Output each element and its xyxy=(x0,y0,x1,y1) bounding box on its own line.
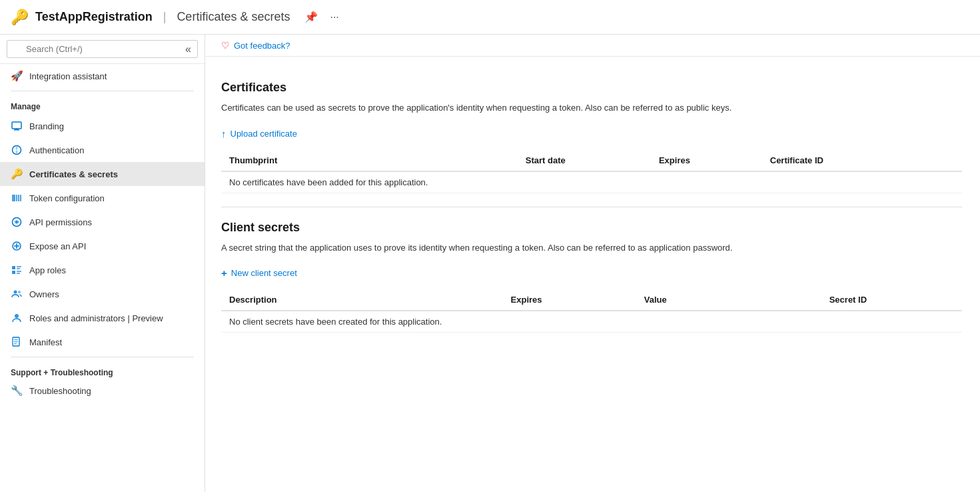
svg-rect-21 xyxy=(14,339,18,340)
search-input[interactable] xyxy=(7,40,198,58)
col-header-startdate: Start date xyxy=(518,150,651,171)
certificates-label: Certificates & secrets xyxy=(29,169,118,179)
integration-assistant-label: Integration assistant xyxy=(29,71,107,81)
sidebar-item-manifest[interactable]: Manifest xyxy=(0,330,205,354)
manage-divider xyxy=(11,91,194,91)
sidebar-item-token[interactable]: Token configuration xyxy=(0,186,205,210)
client-secrets-desc: A secret string that the application use… xyxy=(221,241,962,255)
upload-button-label: Upload certificate xyxy=(231,129,297,139)
api-icon xyxy=(11,216,23,228)
api-label: API permissions xyxy=(29,217,92,227)
wrench-icon: 🔧 xyxy=(11,385,23,397)
sidebar-nav: 🚀 Integration assistant Manage Branding … xyxy=(0,64,205,492)
svg-rect-22 xyxy=(14,341,18,342)
col-header-thumbprint: Thumbprint xyxy=(221,150,518,171)
svg-point-9 xyxy=(16,221,18,223)
svg-rect-12 xyxy=(17,266,21,267)
certificates-section: Certificates Certificates can be used as… xyxy=(221,81,962,193)
token-icon xyxy=(11,192,23,204)
table-row: No client secrets have been created for … xyxy=(221,311,962,333)
upload-certificate-button[interactable]: ↑ Upload certificate xyxy=(221,124,297,143)
col-header-certid: Certificate ID xyxy=(762,150,962,171)
approles-label: App roles xyxy=(29,265,66,275)
secrets-empty-message: No client secrets have been created for … xyxy=(221,311,962,333)
svg-rect-0 xyxy=(12,122,21,129)
svg-point-17 xyxy=(14,291,17,294)
expose-label: Expose an API xyxy=(29,241,86,251)
page-header: 🔑 TestAppRegistration | Certificates & s… xyxy=(0,0,980,35)
sidebar: 🔍 « 🚀 Integration assistant Manage Brand… xyxy=(0,35,205,492)
secrets-table: Description Expires Value Secret ID No c… xyxy=(221,289,962,333)
col-header-expires: Expires xyxy=(651,150,762,171)
sidebar-item-roles[interactable]: Roles and administrators | Preview xyxy=(0,306,205,330)
certificates-title: Certificates xyxy=(221,81,962,95)
plus-icon: + xyxy=(221,267,227,279)
manifest-label: Manifest xyxy=(29,337,62,347)
section-separator xyxy=(221,207,962,207)
svg-point-19 xyxy=(15,314,19,318)
token-label: Token configuration xyxy=(29,193,105,203)
svg-rect-4 xyxy=(12,195,15,201)
svg-rect-23 xyxy=(14,343,17,344)
header-actions: 📌 ··· xyxy=(302,9,341,25)
collapse-button[interactable]: « xyxy=(185,43,191,55)
sidebar-item-integration-assistant[interactable]: 🚀 Integration assistant xyxy=(0,64,205,88)
sidebar-item-certificates[interactable]: 🔑 Certificates & secrets xyxy=(0,162,205,186)
approles-icon xyxy=(11,264,23,276)
expose-icon xyxy=(11,240,23,252)
more-button[interactable]: ··· xyxy=(327,9,341,25)
svg-point-18 xyxy=(18,291,21,293)
col-header-desc: Description xyxy=(221,289,503,311)
svg-rect-16 xyxy=(17,273,20,274)
app-name: TestAppRegistration xyxy=(35,10,153,24)
key-icon: 🔑 xyxy=(11,168,23,180)
sidebar-item-owners[interactable]: Owners xyxy=(0,282,205,306)
body-layout: 🔍 « 🚀 Integration assistant Manage Brand… xyxy=(0,35,980,492)
sidebar-item-approles[interactable]: App roles xyxy=(0,258,205,282)
certificates-table: Thumbprint Start date Expires Certificat… xyxy=(221,150,962,193)
app-icon: 🔑 xyxy=(11,9,29,26)
new-client-secret-button[interactable]: + New client secret xyxy=(221,263,297,283)
upload-icon: ↑ xyxy=(221,128,227,139)
support-divider xyxy=(11,357,194,357)
col-header-secretid: Secret ID xyxy=(821,289,962,311)
pin-button[interactable]: 📌 xyxy=(302,9,320,25)
main-inner: Certificates Certificates can be used as… xyxy=(205,57,978,343)
rocket-icon: 🚀 xyxy=(11,70,23,82)
troubleshooting-label: Troubleshooting xyxy=(29,386,91,396)
branding-label: Branding xyxy=(29,121,64,131)
col-header-expires2: Expires xyxy=(503,289,636,311)
svg-rect-13 xyxy=(17,268,20,269)
table-row: No certificates have been added for this… xyxy=(221,171,962,193)
roles-icon xyxy=(11,312,23,324)
svg-rect-15 xyxy=(17,271,21,272)
header-separator: | xyxy=(163,10,167,24)
svg-rect-7 xyxy=(20,195,21,201)
sidebar-item-troubleshooting[interactable]: 🔧 Troubleshooting xyxy=(0,379,205,403)
svg-rect-14 xyxy=(12,271,15,274)
svg-rect-2 xyxy=(15,129,18,129)
sidebar-item-authentication[interactable]: Authentication xyxy=(0,138,205,162)
client-secrets-title: Client secrets xyxy=(221,221,962,235)
sidebar-item-branding[interactable]: Branding xyxy=(0,114,205,138)
feedback-bar[interactable]: ♡ Got feedback? xyxy=(205,35,980,57)
client-secrets-section: Client secrets A secret string that the … xyxy=(221,221,962,333)
manage-section-label: Manage xyxy=(0,94,205,114)
certificates-empty-message: No certificates have been added for this… xyxy=(221,171,962,193)
roles-label: Roles and administrators | Preview xyxy=(29,313,163,323)
branding-icon xyxy=(11,120,23,132)
sidebar-item-expose[interactable]: Expose an API xyxy=(0,234,205,258)
svg-rect-6 xyxy=(18,195,19,201)
sidebar-item-api[interactable]: API permissions xyxy=(0,210,205,234)
sidebar-search-area: 🔍 « xyxy=(0,35,205,64)
owners-label: Owners xyxy=(29,289,59,299)
owners-icon xyxy=(11,288,23,300)
main-content: ♡ Got feedback? Certificates Certificate… xyxy=(205,35,980,492)
svg-rect-5 xyxy=(16,195,17,201)
feedback-label: Got feedback? xyxy=(234,41,290,51)
svg-rect-11 xyxy=(12,266,15,269)
certificates-desc: Certificates can be used as secrets to p… xyxy=(221,101,962,115)
new-secret-button-label: New client secret xyxy=(231,268,297,278)
page-title: Certificates & secrets xyxy=(177,10,290,24)
heart-icon: ♡ xyxy=(221,40,230,51)
